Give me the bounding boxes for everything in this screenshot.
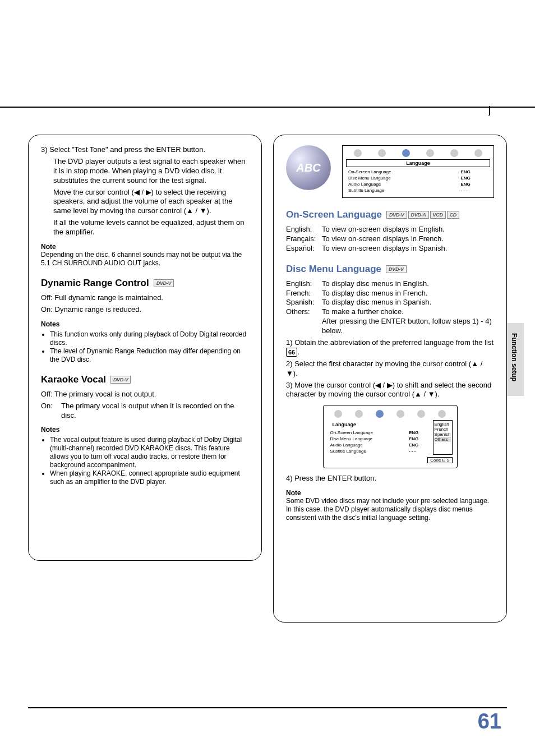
kv-title: Karaoke Vocal [41, 374, 106, 385]
step-text: Move the cursor control (◀ / ▶) to shift… [286, 381, 491, 399]
osd-icon [474, 149, 482, 157]
badge-dvdv: DVD-V [110, 376, 131, 384]
osl-list: English:To view on-screen displays in En… [286, 225, 494, 253]
osd-icon [378, 149, 386, 157]
drc-notes-hd: Notes [41, 320, 249, 328]
osd-row-val: ENG [408, 436, 428, 441]
osd-box-2: Language On-Screen LanguageENG Disc Menu… [323, 405, 458, 468]
lang-val: To view on-screen displays in French. [322, 234, 494, 244]
osd-box-1: Language On-Screen LanguageENG Disc Menu… [342, 145, 494, 198]
dml-list: English:To display disc menus in English… [286, 279, 494, 317]
badge-dvdv: DVD-V [154, 279, 174, 287]
badge-dvdv: DVD-V [386, 265, 407, 273]
step-num: 2) [286, 359, 293, 368]
drc-note1: This function works only during playback… [50, 330, 249, 347]
osd-row-val: - - - [459, 188, 489, 193]
kv-off: Off: The primary vocal is not output. [41, 390, 249, 399]
osd-icon-row [346, 149, 490, 157]
step-text: . [297, 348, 299, 356]
step-num: 4) [286, 474, 293, 482]
lang-val: To view on-screen displays in English. [322, 225, 494, 234]
osd-icon [417, 410, 425, 418]
step-num: 3) [286, 381, 293, 389]
badge-dvda: DVD-A [408, 211, 429, 219]
top-illustration: ABC Language On-Screen LanguageENG Disc … [286, 145, 494, 198]
badge-cd: CD [447, 211, 459, 219]
step-3: 3) Select "Test Tone" and press the ENTE… [41, 145, 249, 237]
step-text: Obtain the abbreviation of the preferred… [294, 338, 494, 347]
osd-row-key: On-Screen Language [329, 430, 407, 435]
dml-step1: 1) Obtain the abbreviation of the prefer… [286, 338, 494, 357]
osd-option: Spanish [435, 432, 451, 437]
page-number: 61 [478, 709, 501, 734]
kv-on-key: On: [41, 402, 59, 421]
osd1-table: On-Screen LanguageENG Disc Menu Language… [346, 168, 490, 194]
osd2-options: English French Spanish Others [433, 420, 453, 455]
lang-val: To display disc menus in English. [322, 279, 494, 289]
osd2-header: Language [328, 421, 430, 428]
osd-icon [426, 149, 434, 157]
kv-note1: The vocal output feature is used during … [50, 436, 249, 469]
osl-title-row: On-Screen Language DVD-V DVD-A VCD CD [286, 209, 494, 220]
note-text: Depending on the disc, 6 channel sounds … [41, 251, 249, 268]
badge-dvdv: DVD-V [386, 211, 407, 219]
kv-notes-hd: Notes [41, 426, 249, 434]
osd-row-key: Audio Language [347, 182, 458, 187]
osd-icon-active [402, 149, 410, 157]
side-tab: Function setup [510, 333, 518, 381]
osd2-table: On-Screen LanguageENG Disc Menu Language… [328, 429, 430, 455]
globe-text: ABC [296, 162, 320, 174]
lang-val: To display disc menus in Spanish. [322, 298, 494, 307]
osd-row-key: Audio Language [329, 442, 407, 448]
drc-note2: The level of Dynamic Range Reduction may… [50, 347, 249, 364]
lang-key: English: [286, 225, 320, 234]
page-columns: 3) Select "Test Tone" and press the ENTE… [28, 135, 507, 700]
note-heading: Note [286, 489, 494, 497]
osd-icon [438, 410, 446, 418]
badge-vcd: VCD [430, 211, 446, 219]
step-p2: Move the cursor control (◀ / ▶) to selec… [53, 188, 249, 216]
lang-key: French: [286, 289, 320, 298]
osd-icon [355, 410, 363, 418]
osd-row-key: On-Screen Language [347, 169, 458, 174]
osd-row-val: ENG [459, 176, 489, 181]
osd-row-val: ENG [459, 182, 489, 187]
left-column: 3) Select "Test Tone" and press the ENTE… [28, 135, 262, 561]
dml-step4: 4) Press the ENTER button. [286, 474, 494, 483]
step-num: 1) [286, 338, 293, 347]
dml-step2: 2) Select the first character by moving … [286, 359, 494, 379]
step-p3: If all the volume levels cannot be equal… [53, 218, 249, 237]
osd-icon [450, 149, 458, 157]
step-text: Press the ENTER button. [294, 474, 376, 482]
lang-key: Français: [286, 234, 320, 244]
osd-row-val: ENG [408, 430, 428, 435]
header-rule [0, 107, 535, 108]
osd-option: English [435, 422, 451, 427]
note-text: Some DVD video discs may not include you… [286, 497, 494, 522]
page-ref: 66 [286, 348, 297, 357]
lang-val: To view on-screen displays in Spanish. [322, 244, 494, 253]
osd-row-val: ENG [459, 169, 489, 174]
osd-icon [334, 410, 342, 418]
kv-on-row: On: The primary vocal is output when it … [41, 402, 249, 421]
osd-icon [396, 410, 404, 418]
osd-icon-active [376, 410, 384, 418]
osd-row-key: Disc Menu Language [329, 436, 407, 441]
osd-option-selected: Others [435, 437, 451, 442]
drc-title: Dynamic Range Control [41, 278, 149, 289]
step-num: 3) [41, 145, 48, 154]
lang-key: Spanish: [286, 298, 320, 307]
kv-notes: The vocal output feature is used during … [41, 436, 249, 486]
osd-row-key: Subtitle Language [329, 449, 407, 454]
osd-icon-row [328, 410, 453, 418]
step-text: Select the first character by moving the… [286, 359, 482, 377]
drc-notes: This function works only during playback… [41, 330, 249, 364]
osd1-header: Language [346, 159, 490, 167]
globe-icon: ABC [286, 145, 331, 190]
step-text: Select "Test Tone" and press the ENTER b… [49, 145, 205, 154]
footer-rule [28, 707, 507, 708]
dml-title-row: Disc Menu Language DVD-V [286, 264, 494, 275]
kv-title-row: Karaoke Vocal DVD-V [41, 374, 249, 385]
dml-title: Disc Menu Language [286, 264, 381, 275]
lang-key: English: [286, 279, 320, 289]
